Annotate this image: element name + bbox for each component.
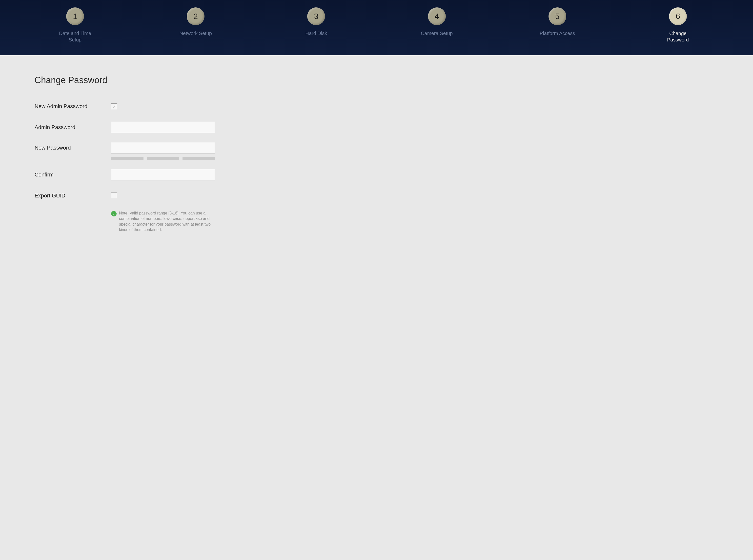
strength-bar-1 bbox=[111, 157, 143, 160]
label-new-admin-password: New Admin Password bbox=[35, 103, 111, 109]
step-circle-3: 3 bbox=[307, 7, 325, 25]
checkbox-export-guid[interactable] bbox=[111, 192, 117, 198]
password-note: ✓ Note: Valid password range [8-16]. You… bbox=[111, 211, 215, 233]
label-confirm: Confirm bbox=[35, 172, 111, 178]
step-label-6: Change Password bbox=[658, 30, 698, 43]
input-confirm[interactable] bbox=[111, 169, 215, 180]
password-note-text: Note: Valid password range [8-16]. You c… bbox=[119, 211, 215, 233]
row-admin-password: Admin Password bbox=[35, 121, 718, 134]
step-circle-4: 4 bbox=[428, 7, 446, 25]
step-label-5: Platform Access bbox=[540, 30, 575, 37]
input-admin-password[interactable] bbox=[111, 122, 215, 133]
step-circle-2: 2 bbox=[187, 7, 205, 25]
content-panel: Change Password New Admin Password Admin… bbox=[0, 55, 753, 560]
label-export-guid: Export GUID bbox=[35, 193, 111, 199]
page-title: Change Password bbox=[35, 75, 718, 85]
input-new-password[interactable] bbox=[111, 142, 215, 154]
password-strength-meter bbox=[111, 157, 215, 160]
checkbox-new-admin-password[interactable] bbox=[111, 103, 117, 109]
row-export-guid: Export GUID bbox=[35, 189, 718, 202]
row-new-admin-password: New Admin Password bbox=[35, 100, 718, 113]
row-new-password: New Password bbox=[35, 142, 718, 160]
label-new-password: New Password bbox=[35, 142, 111, 151]
wizard-step-1[interactable]: 1 Date and Time Setup bbox=[15, 7, 135, 43]
wizard-step-5[interactable]: 5 Platform Access bbox=[497, 7, 618, 37]
strength-bar-3 bbox=[182, 157, 215, 160]
step-label-2: Network Setup bbox=[179, 30, 212, 37]
step-circle-6: 6 bbox=[669, 7, 687, 25]
wizard-step-3[interactable]: 3 Hard Disk bbox=[256, 7, 376, 37]
label-admin-password: Admin Password bbox=[35, 124, 111, 131]
strength-bar-2 bbox=[147, 157, 179, 160]
wizard-step-4[interactable]: 4 Camera Setup bbox=[376, 7, 497, 37]
wizard-step-2[interactable]: 2 Network Setup bbox=[135, 7, 256, 37]
row-confirm: Confirm bbox=[35, 168, 718, 181]
wizard-step-6[interactable]: 6 Change Password bbox=[618, 7, 738, 43]
step-label-4: Camera Setup bbox=[421, 30, 453, 37]
wizard-step-header: 1 Date and Time Setup 2 Network Setup 3 … bbox=[0, 0, 753, 55]
check-circle-icon: ✓ bbox=[111, 211, 117, 217]
step-label-1: Date and Time Setup bbox=[55, 30, 95, 43]
step-circle-1: 1 bbox=[66, 7, 84, 25]
step-label-3: Hard Disk bbox=[306, 30, 327, 37]
step-circle-5: 5 bbox=[548, 7, 566, 25]
